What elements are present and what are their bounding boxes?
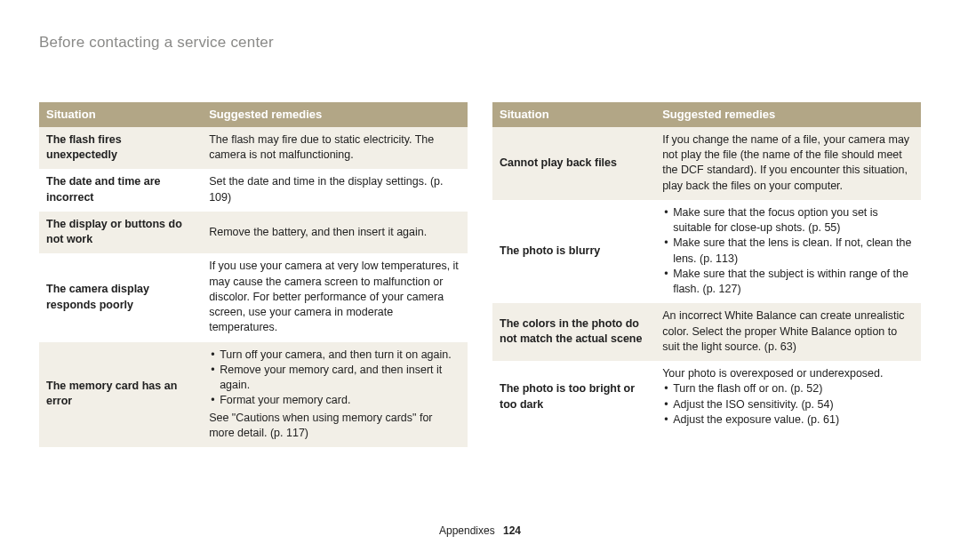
troubleshooting-table-right: Situation Suggested remedies Cannot play… — [492, 102, 921, 434]
remedy-bullet: Adjust the ISO sensitivity. (p. 54) — [662, 397, 914, 412]
table-row: The photo is too bright or too darkYour … — [492, 361, 921, 434]
remedy-bullet: Turn off your camera, and then turn it o… — [209, 348, 460, 363]
remedy-cell: An incorrect White Balance can create un… — [655, 303, 921, 361]
situation-cell: The camera display responds poorly — [39, 253, 202, 341]
table-row: The photo is blurryMake sure that the fo… — [492, 200, 921, 304]
remedy-text: The flash may fire due to static electri… — [209, 132, 460, 164]
left-column: Situation Suggested remedies The flash f… — [39, 102, 468, 447]
table-row: Cannot play back filesIf you change the … — [492, 127, 921, 200]
remedy-bullet: Format your memory card. — [209, 393, 460, 408]
situation-cell: The photo is blurry — [492, 200, 655, 304]
remedy-bullet: Make sure that the subject is within ran… — [662, 267, 914, 298]
page-title: Before contacting a service center — [39, 34, 274, 52]
remedy-bullet: Turn the flash off or on. (p. 52) — [662, 381, 914, 396]
footer-section-label: Appendixes — [439, 524, 495, 537]
remedy-text: An incorrect White Balance can create un… — [662, 308, 914, 355]
remedy-bullet: Adjust the exposure value. (p. 61) — [662, 412, 914, 428]
content-columns: Situation Suggested remedies The flash f… — [39, 102, 921, 447]
remedy-bullet-list: Turn off your camera, and then turn it o… — [209, 348, 460, 409]
situation-cell: The memory card has an error — [39, 342, 202, 448]
situation-cell: The colors in the photo do not match the… — [492, 303, 655, 361]
footer-page-number: 124 — [503, 524, 521, 537]
remedy-cell: Make sure that the focus option you set … — [655, 200, 921, 304]
right-column: Situation Suggested remedies Cannot play… — [492, 102, 921, 447]
table-row: The memory card has an errorTurn off you… — [39, 342, 468, 448]
remedy-cell: Remove the battery, and then insert it a… — [202, 212, 468, 254]
situation-cell: The display or buttons do not work — [39, 212, 202, 254]
remedy-cell: If you change the name of a file, your c… — [655, 127, 921, 200]
remedy-bullet: Make sure that the lens is clean. If not… — [662, 236, 914, 267]
remedy-text: See "Cautions when using memory cards" f… — [209, 411, 460, 442]
table-row: The camera display responds poorlyIf you… — [39, 253, 468, 341]
situation-cell: The photo is too bright or too dark — [492, 361, 655, 434]
remedy-cell: Turn off your camera, and then turn it o… — [202, 342, 468, 448]
page-footer: Appendixes 124 — [0, 524, 960, 537]
remedy-cell: Your photo is overexposed or underexpose… — [655, 361, 921, 434]
situation-cell: Cannot play back files — [492, 127, 655, 200]
remedy-bullet-list: Turn the flash off or on. (p. 52)Adjust … — [662, 381, 914, 428]
remedy-text: If you change the name of a file, your c… — [662, 132, 914, 194]
remedy-bullet-list: Make sure that the focus option you set … — [662, 205, 914, 298]
table-row: The display or buttons do not workRemove… — [39, 212, 468, 254]
remedy-cell: Set the date and time in the display set… — [202, 169, 468, 212]
remedy-bullet: Remove your memory card, and then insert… — [209, 363, 460, 394]
troubleshooting-table-left: Situation Suggested remedies The flash f… — [39, 102, 468, 447]
header-situation: Situation — [492, 102, 655, 127]
table-row: The colors in the photo do not match the… — [492, 303, 921, 361]
remedy-text: Set the date and time in the display set… — [209, 174, 460, 205]
remedy-cell: If you use your camera at very low tempe… — [202, 253, 468, 341]
situation-cell: The date and time are incorrect — [39, 169, 202, 212]
remedy-text: If you use your camera at very low tempe… — [209, 259, 460, 335]
remedy-text: Your photo is overexposed or underexpose… — [662, 366, 914, 381]
header-remedies: Suggested remedies — [202, 102, 468, 127]
remedy-cell: The flash may fire due to static electri… — [202, 127, 468, 170]
remedy-text: Remove the battery, and then insert it a… — [209, 225, 460, 240]
header-remedies: Suggested remedies — [655, 102, 921, 127]
table-row: The flash fires unexpectedlyThe flash ma… — [39, 127, 468, 170]
remedy-bullet: Make sure that the focus option you set … — [662, 205, 914, 236]
header-situation: Situation — [39, 102, 202, 127]
table-row: The date and time are incorrectSet the d… — [39, 169, 468, 212]
situation-cell: The flash fires unexpectedly — [39, 127, 202, 170]
